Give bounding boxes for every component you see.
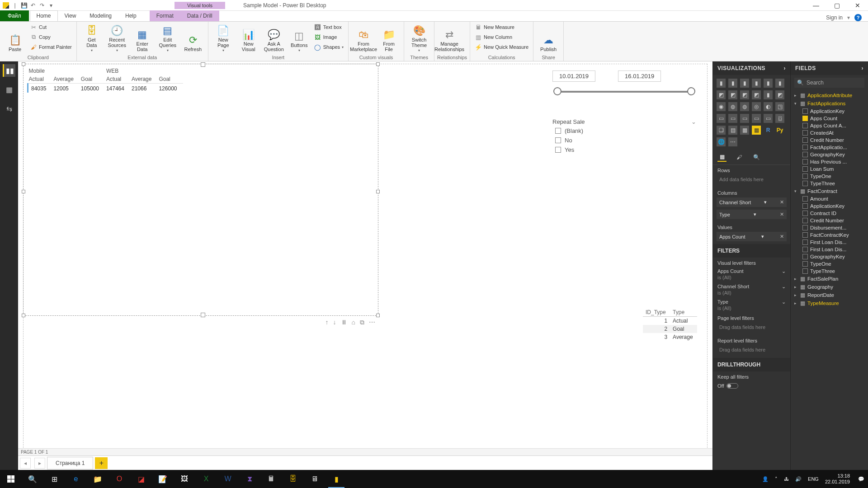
save-icon[interactable]: 💾 (21, 2, 27, 9)
fields-column-node[interactable]: Contract ID (793, 210, 866, 217)
taskbar-app-excel[interactable]: X (195, 470, 217, 488)
viz-type-icon[interactable]: ▮ (752, 79, 761, 88)
fields-column-node[interactable]: FactApplicatio... (793, 144, 866, 151)
expand-caret-icon[interactable]: ▸ (794, 301, 798, 305)
fields-table-node[interactable]: ▸▦ReportDate (793, 291, 866, 299)
field-checkbox[interactable] (802, 239, 808, 245)
visual-filter-item[interactable]: Channel Short⌄is (All) (713, 282, 790, 297)
viz-type-icon[interactable]: ◩ (717, 90, 726, 99)
viz-type-icon[interactable]: ◐ (764, 102, 773, 111)
viz-type-icon[interactable]: ◳ (775, 102, 784, 111)
page-nav-prev[interactable]: ◂ (20, 458, 31, 469)
task-view-icon[interactable]: ⊞ (43, 470, 65, 488)
signin-dropdown-icon[interactable]: ▾ (847, 14, 850, 21)
matrix-visual[interactable]: Mobile WEB Actual Average Goal Actual Av… (24, 64, 378, 315)
viz-type-icon[interactable]: ▭ (717, 114, 726, 123)
taskbar-app-explorer[interactable]: 📁 (87, 470, 108, 488)
expand-caret-icon[interactable]: ▸ (794, 285, 798, 289)
field-checkbox[interactable] (802, 130, 808, 136)
tray-notifications-icon[interactable]: 💬 (858, 476, 864, 482)
fields-search-input[interactable]: 🔍 Search (794, 78, 864, 88)
fields-column-node[interactable]: Amount (793, 195, 866, 202)
taskbar-app-notepad[interactable]: 📝 (152, 470, 174, 488)
buttons-button[interactable]: ◫Buttons (287, 23, 311, 53)
repeat-option-yes[interactable]: Yes (550, 145, 699, 155)
well-item-menu-icon[interactable]: ▾ (754, 211, 756, 217)
taskbar-app-remote[interactable]: 🖥 (304, 470, 326, 488)
chevron-down-icon[interactable]: ⌄ (782, 268, 786, 274)
remove-item-icon[interactable]: ✕ (780, 199, 784, 205)
manage-relationships-button[interactable]: ⇄Manage Relationships (437, 23, 462, 53)
taskbar-app-visualstudio[interactable]: ⧗ (239, 470, 260, 488)
cut-button[interactable]: ✂Cut (28, 23, 74, 32)
page-nav-next[interactable]: ▸ (34, 458, 45, 469)
taskbar-app-word[interactable]: W (217, 470, 239, 488)
field-checkbox[interactable] (802, 196, 808, 202)
fields-column-node[interactable]: CreatedAt (793, 129, 866, 136)
field-checkbox[interactable] (802, 174, 808, 179)
image-button[interactable]: 🖼Image (312, 33, 345, 42)
field-checkbox[interactable] (802, 159, 808, 164)
fields-table-node[interactable]: ▸▦TypeMeasure (793, 299, 866, 307)
collapse-icon[interactable]: › (784, 65, 786, 71)
field-checkbox[interactable] (802, 181, 808, 186)
date-to-input[interactable]: 16.01.2019 (618, 70, 661, 82)
from-file-button[interactable]: 📁From File (377, 23, 401, 53)
date-slider[interactable] (553, 85, 695, 98)
field-checkbox[interactable] (802, 247, 808, 252)
data-view-icon[interactable]: ▦ (3, 83, 15, 96)
close-button[interactable]: ✕ (847, 0, 868, 11)
checkbox-icon[interactable] (555, 128, 561, 134)
well-item-menu-icon[interactable]: ▾ (764, 199, 767, 205)
new-column-button[interactable]: ▥New Column (473, 33, 530, 42)
viz-type-icon[interactable]: ▭ (740, 114, 749, 123)
field-checkbox[interactable] (802, 254, 808, 259)
expand-caret-icon[interactable]: ▸ (794, 277, 798, 281)
field-checkbox[interactable] (802, 203, 808, 209)
field-checkbox[interactable] (802, 116, 808, 121)
checkbox-icon[interactable] (555, 147, 561, 153)
keep-filters-toggle[interactable] (726, 383, 738, 389)
fields-column-node[interactable]: First Loan Dis... (793, 239, 866, 246)
taskbar-app-edge[interactable]: e (65, 470, 87, 488)
new-measure-button[interactable]: 🖩New Measure (473, 23, 530, 32)
fields-table-node[interactable]: ▸▦ApplicationAttribute (793, 91, 866, 99)
tray-network-icon[interactable]: 🖧 (784, 476, 789, 482)
repeat-option-no[interactable]: No (550, 136, 699, 145)
expand-caret-icon[interactable]: ▾ (794, 101, 798, 106)
shapes-button[interactable]: ◯Shapes (312, 42, 345, 52)
viz-type-icon[interactable]: ▤ (728, 126, 737, 135)
rows-well-dropzone[interactable]: Add data fields here (717, 175, 787, 184)
publish-button[interactable]: ☁Publish (536, 23, 561, 53)
field-checkbox[interactable] (802, 166, 808, 172)
report-view-icon[interactable]: ▮▮ (3, 64, 15, 77)
tray-language[interactable]: ENG (808, 476, 819, 482)
drill-down-icon[interactable]: ↓ (333, 319, 336, 326)
focus-mode-icon[interactable]: ⧉ (360, 319, 364, 326)
tab-help[interactable]: Help (118, 10, 143, 21)
viz-type-icon[interactable]: ◩ (728, 90, 737, 99)
date-from-input[interactable]: 10.01.2019 (552, 70, 595, 82)
visual-filter-item[interactable]: Type⌄is (All) (713, 297, 790, 313)
edit-queries-button[interactable]: ▤Edit Queries (156, 23, 180, 53)
fields-column-node[interactable]: Credit Number (793, 136, 866, 144)
field-checkbox[interactable] (802, 152, 808, 157)
report-filters-dropzone[interactable]: Drag data fields here (717, 345, 787, 354)
drill-up-icon[interactable]: ↑ (326, 319, 329, 326)
recent-sources-button[interactable]: 🕘Recent Sources (105, 23, 129, 53)
new-quick-measure-button[interactable]: ⚡New Quick Measure (473, 42, 530, 52)
tray-chevron-icon[interactable]: ˄ (775, 476, 778, 482)
report-canvas[interactable]: Mobile WEB Actual Average Goal Actual Av… (24, 64, 707, 452)
viz-type-icon[interactable]: ▭ (764, 114, 773, 123)
viz-type-icon[interactable]: ▮ (740, 79, 749, 88)
fields-column-node[interactable]: GeographyKey (793, 253, 866, 260)
copy-button[interactable]: ⧉Copy (28, 33, 74, 42)
fields-well-tab-icon[interactable]: ▦ (717, 153, 726, 162)
visual-filter-item[interactable]: Apps Count⌄is (All) (713, 267, 790, 282)
expand-caret-icon[interactable]: ▸ (794, 93, 798, 98)
type-table-visual[interactable]: ID_TypeType 1Actual 2Goal 3Average (643, 308, 697, 341)
fields-column-node[interactable]: TypeThree (793, 267, 866, 275)
taskbar-app-calculator[interactable]: 🖩 (260, 470, 282, 488)
qat-dropdown-icon[interactable]: ▾ (48, 2, 54, 9)
fields-column-node[interactable]: ApplicationKey (793, 202, 866, 210)
